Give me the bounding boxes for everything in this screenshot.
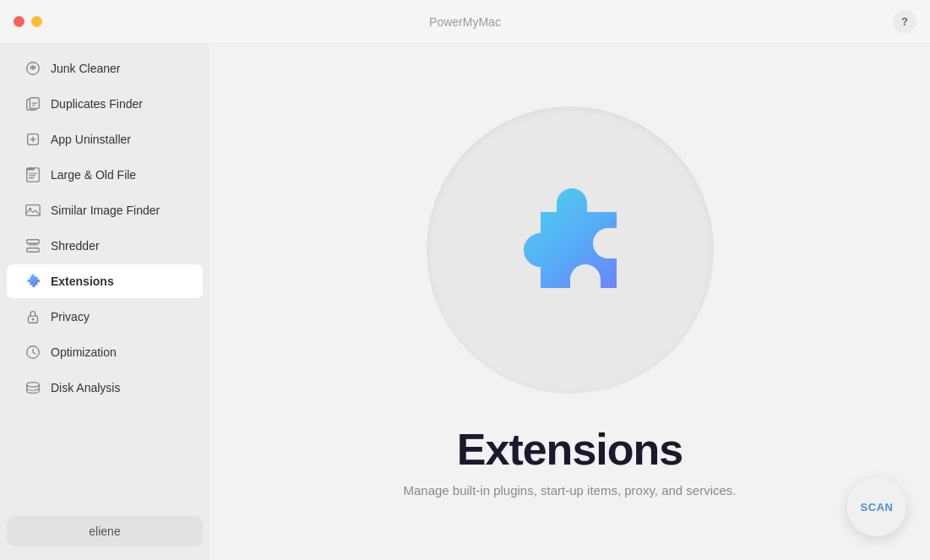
image-icon — [24, 201, 42, 220]
sidebar-item-label: Extensions — [51, 275, 114, 288]
sidebar-item-similar-image-finder[interactable]: Similar Image Finder — [7, 193, 203, 227]
sidebar-item-privacy[interactable]: Privacy — [7, 300, 203, 334]
sidebar-item-optimization[interactable]: Optimization — [7, 335, 203, 369]
file-icon — [24, 166, 42, 184]
sidebar-item-junk-cleaner[interactable]: Junk Cleaner — [7, 52, 203, 85]
main-layout: Junk Cleaner Duplicates Finder App Un — [0, 44, 930, 560]
content-area: Extensions Manage built-in plugins, star… — [209, 44, 930, 560]
duplicates-icon — [24, 95, 42, 113]
svg-point-14 — [27, 383, 40, 387]
sidebar-item-app-uninstaller[interactable]: App Uninstaller — [7, 122, 203, 156]
sidebar-item-shredder[interactable]: Shredder — [7, 229, 203, 263]
sidebar-item-label: Similar Image Finder — [51, 204, 160, 217]
sidebar-item-disk-analysis[interactable]: Disk Analysis — [7, 371, 203, 405]
traffic-lights — [14, 16, 42, 27]
sidebar-item-label: App Uninstaller — [51, 133, 131, 146]
scan-button[interactable]: SCAN — [847, 477, 906, 536]
sidebar-item-large-old-file[interactable]: Large & Old File — [7, 158, 203, 192]
svg-rect-7 — [26, 205, 40, 216]
sidebar-item-duplicates-finder[interactable]: Duplicates Finder — [7, 87, 203, 121]
help-button[interactable]: ? — [893, 10, 916, 34]
sidebar-item-label: Privacy — [51, 310, 90, 323]
privacy-icon — [24, 307, 42, 326]
uninstaller-icon — [24, 130, 42, 149]
sidebar-item-label: Duplicates Finder — [51, 97, 143, 111]
minimize-button[interactable] — [31, 16, 42, 27]
sidebar-item-label: Large & Old File — [51, 168, 136, 182]
titlebar: PowerMyMac ? — [0, 0, 930, 44]
shredder-icon — [24, 237, 42, 255]
svg-point-12 — [32, 318, 35, 321]
content-subtitle: Manage built-in plugins, start-up items,… — [403, 483, 736, 497]
content-title: Extensions — [457, 424, 683, 475]
sidebar-item-label: Optimization — [51, 345, 117, 359]
disk-icon — [24, 378, 42, 397]
optimization-icon — [24, 343, 42, 362]
svg-rect-10 — [27, 248, 40, 253]
junk-icon — [24, 59, 42, 78]
extensions-icon — [24, 272, 42, 291]
sidebar-item-label: Shredder — [51, 239, 100, 253]
app-title: PowerMyMac — [429, 15, 501, 29]
sidebar: Junk Cleaner Duplicates Finder App Un — [0, 44, 209, 560]
svg-point-1 — [31, 67, 35, 70]
svg-rect-9 — [27, 240, 40, 244]
icon-circle — [427, 106, 714, 394]
sidebar-item-extensions[interactable]: Extensions — [7, 264, 203, 298]
sidebar-item-label: Junk Cleaner — [51, 62, 121, 75]
sidebar-item-label: Disk Analysis — [51, 381, 120, 394]
close-button[interactable] — [14, 16, 24, 27]
sidebar-user[interactable]: eliene — [7, 516, 203, 546]
puzzle-svg — [486, 166, 655, 334]
